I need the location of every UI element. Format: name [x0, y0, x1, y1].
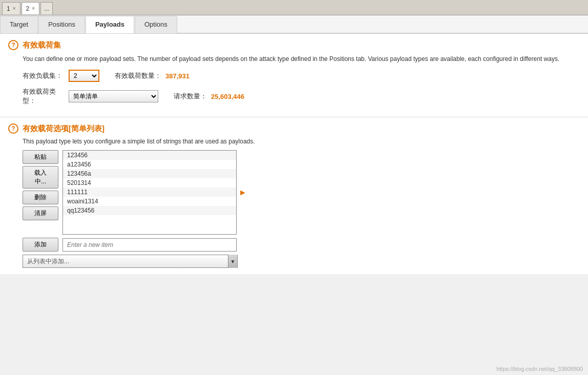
tab-1-close[interactable]: × [13, 6, 16, 11]
tab-2[interactable]: 2 × [22, 2, 40, 14]
list-area: 粘贴 载入中... 删除 清屏 123456a123456123456a5201… [23, 150, 580, 235]
payload-options-content: This payload type lets you configure a s… [23, 138, 580, 268]
request-count-label: 请求数量： [174, 92, 207, 101]
list-item[interactable]: 111111 [63, 187, 236, 197]
tab-positions[interactable]: Positions [38, 16, 85, 33]
list-dropdown[interactable]: 从列表中添加... ▼ [23, 255, 238, 268]
tab-options[interactable]: Options [135, 16, 177, 33]
tab-1-label: 1 [7, 5, 10, 12]
clear-button[interactable]: 清屏 [23, 206, 58, 220]
list-item[interactable]: a123456 [63, 160, 236, 169]
section2-header: ? 有效载荷选项[简单列表] [8, 123, 580, 134]
payload-options-section: ? 有效载荷选项[简单列表] This payload type lets yo… [0, 117, 588, 274]
nav-tab-bar: Target Positions Payloads Options [0, 15, 588, 34]
request-count-value: 25,603,446 [211, 93, 244, 100]
dropdown-row: 从列表中添加... ▼ [23, 255, 580, 268]
payload-set-section: ? 有效载荷集 You can define one or more paylo… [0, 34, 588, 117]
load-button[interactable]: 载入中... [23, 166, 58, 189]
list-wrapper: 123456a123456123456a5201314111111woaini1… [62, 150, 247, 235]
form-row-payload-type: 有效载荷类型： 简单清单 Runtime file Custom iterato… [23, 87, 580, 106]
section1-header: ? 有效载荷集 [8, 40, 580, 50]
section1-desc: You can define one or more payload sets.… [23, 54, 580, 64]
tab-target-label: Target [10, 20, 28, 28]
add-item-input[interactable] [62, 238, 237, 252]
list-item[interactable]: 123456a [63, 169, 236, 178]
tab-target[interactable]: Target [0, 16, 38, 33]
payload-list[interactable]: 123456a123456123456a5201314111111woaini1… [62, 150, 237, 235]
tab-2-label: 2 [26, 5, 30, 12]
list-action-buttons: 粘贴 载入中... 删除 清屏 [23, 150, 58, 220]
tab-more-label: ... [44, 5, 49, 12]
paste-button[interactable]: 粘贴 [23, 150, 58, 164]
payload-type-label: 有效载荷类型： [23, 87, 69, 106]
main-content: ? 有效载荷集 You can define one or more paylo… [0, 34, 588, 274]
list-item[interactable]: qq123456 [63, 206, 236, 215]
tab-payloads[interactable]: Payloads [86, 16, 134, 33]
tab-2-close[interactable]: × [32, 6, 35, 11]
section1-help-icon[interactable]: ? [8, 40, 18, 50]
dropdown-label: 从列表中添加... [23, 257, 228, 266]
payload-options-desc: This payload type lets you configure a s… [23, 138, 580, 145]
payload-set-label: 有效负载集： [23, 71, 69, 80]
tab-payloads-label: Payloads [95, 20, 124, 28]
payload-type-select[interactable]: 简单清单 Runtime file Custom iterator [69, 90, 158, 102]
dropdown-arrow-icon[interactable]: ▼ [228, 255, 237, 268]
section1-title: 有效载荷集 [23, 40, 61, 50]
form-row-payload-set: 有效负载集： 2 1 有效载荷数量： 387,931 [23, 70, 580, 82]
list-item[interactable]: woaini1314 [63, 197, 236, 206]
payload-set-select[interactable]: 2 1 [69, 70, 99, 82]
add-button[interactable]: 添加 [23, 238, 58, 252]
add-item-row: 添加 [23, 238, 580, 252]
top-tab-bar: 1 × 2 × ... [0, 0, 588, 15]
tab-positions-label: Positions [48, 20, 75, 28]
section2-title: 有效载荷选项[简单列表] [23, 124, 104, 134]
list-arrow-indicator: ► [239, 188, 247, 197]
tab-1[interactable]: 1 × [2, 2, 20, 14]
list-item[interactable]: 5201314 [63, 178, 236, 187]
list-item[interactable]: 123456 [63, 151, 236, 160]
section2-help-icon[interactable]: ? [8, 123, 18, 134]
payload-count-value: 387,931 [165, 72, 190, 80]
payload-count-label: 有效载荷数量： [115, 71, 161, 80]
tab-more[interactable]: ... [40, 2, 53, 14]
delete-button[interactable]: 删除 [23, 191, 58, 204]
tab-options-label: Options [144, 20, 167, 28]
